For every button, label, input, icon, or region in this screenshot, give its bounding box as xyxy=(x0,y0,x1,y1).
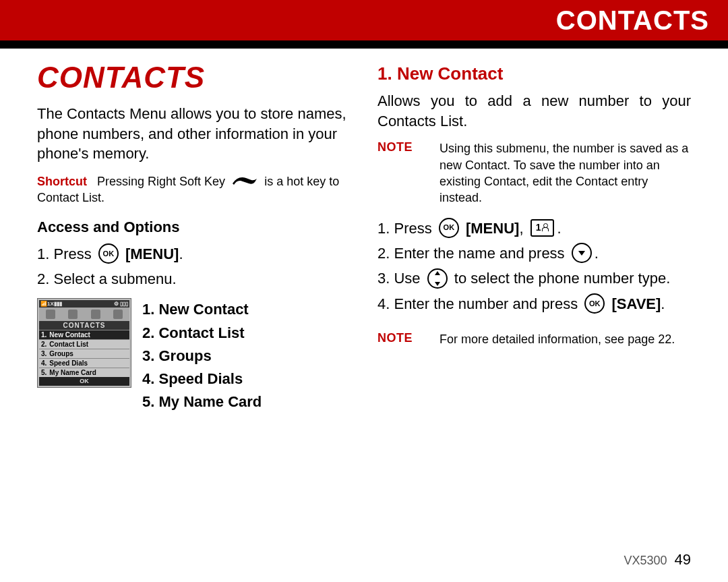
phone-item-5: 5.My Name Card xyxy=(39,368,129,377)
phone-ok: OK xyxy=(39,377,129,386)
intro-text: The Contacts Menu allows you to store na… xyxy=(37,104,351,164)
ok-button-icon: OK xyxy=(439,218,459,238)
shortcut-line: Shortcut Pressing Right Soft Key is a ho… xyxy=(37,173,351,206)
step-1: 1. Press OK [MENU], 1. xyxy=(377,216,691,241)
note-label: NOTE xyxy=(377,140,426,206)
right-column: 1. New Contact Allows you to add a new n… xyxy=(377,61,691,413)
access-step-2: 2. Select a submenu. xyxy=(37,266,351,291)
access-heading: Access and Options xyxy=(37,219,351,236)
header-title: CONTACTS xyxy=(556,5,709,36)
step-4: 4. Enter the number and press OK [SAVE]. xyxy=(377,291,691,316)
page-body: CONTACTS The Contacts Menu allows you to… xyxy=(0,49,728,413)
model-number: VX5300 xyxy=(624,554,667,567)
section-intro: Allows you to add a new number to your C… xyxy=(377,91,691,131)
newcontact-steps: 1. Press OK [MENU], 1. 2. Enter the name… xyxy=(377,216,691,317)
access-steps: 1. Press OK [MENU]. 2. Select a submenu. xyxy=(37,241,351,292)
submenu-row: 📶1X▮▮▮⚙ ▯▯▯ CONTACTS 1.New Contact 2.Con… xyxy=(37,298,351,413)
note-label: NOTE xyxy=(377,331,426,347)
ok-button-icon: OK xyxy=(584,293,605,314)
chapter-title: CONTACTS xyxy=(37,61,351,94)
menu-item-4: 4. Speed Dials xyxy=(142,368,262,390)
header-divider xyxy=(0,40,728,49)
header-bar: CONTACTS xyxy=(0,0,728,40)
key-1-icon: 1 xyxy=(530,219,555,237)
nav-updown-icon xyxy=(427,268,448,289)
phone-item-4: 4.Speed Dials xyxy=(39,358,129,368)
note-text: Using this submenu, the number is saved … xyxy=(439,140,691,206)
page-number: 49 xyxy=(675,551,691,568)
page-footer: VX5300 49 xyxy=(624,551,691,569)
step-3: 3. Use to select the phone number type. xyxy=(377,266,691,291)
step-2: 2. Enter the name and press . xyxy=(377,241,691,266)
note-text: For more detailed information, see page … xyxy=(439,331,675,347)
nav-down-icon xyxy=(572,243,592,263)
right-soft-key-icon xyxy=(231,174,258,187)
phone-screenshot: 📶1X▮▮▮⚙ ▯▯▯ CONTACTS 1.New Contact 2.Con… xyxy=(37,298,131,413)
shortcut-label: Shortcut xyxy=(37,175,87,188)
section-heading: 1. New Contact xyxy=(377,63,691,84)
ok-button-icon: OK xyxy=(98,243,119,264)
note-2: NOTE For more detailed information, see … xyxy=(377,331,691,347)
menu-item-1: 1. New Contact xyxy=(142,298,262,321)
menu-item-3: 3. Groups xyxy=(142,345,262,368)
submenu-list: 1. New Contact 2. Contact List 3. Groups… xyxy=(142,298,262,413)
note-1: NOTE Using this submenu, the number is s… xyxy=(377,140,691,206)
access-step-1: 1. Press OK [MENU]. xyxy=(37,241,351,266)
phone-title: CONTACTS xyxy=(39,321,129,330)
shortcut-pre: Pressing Right Soft Key xyxy=(97,175,225,188)
phone-item-3: 3.Groups xyxy=(39,349,129,358)
phone-item-1: 1.New Contact xyxy=(39,330,129,339)
menu-item-5: 5. My Name Card xyxy=(142,390,262,413)
phone-item-2: 2.Contact List xyxy=(39,339,129,349)
left-column: CONTACTS The Contacts Menu allows you to… xyxy=(37,61,351,413)
menu-item-2: 2. Contact List xyxy=(142,322,262,345)
